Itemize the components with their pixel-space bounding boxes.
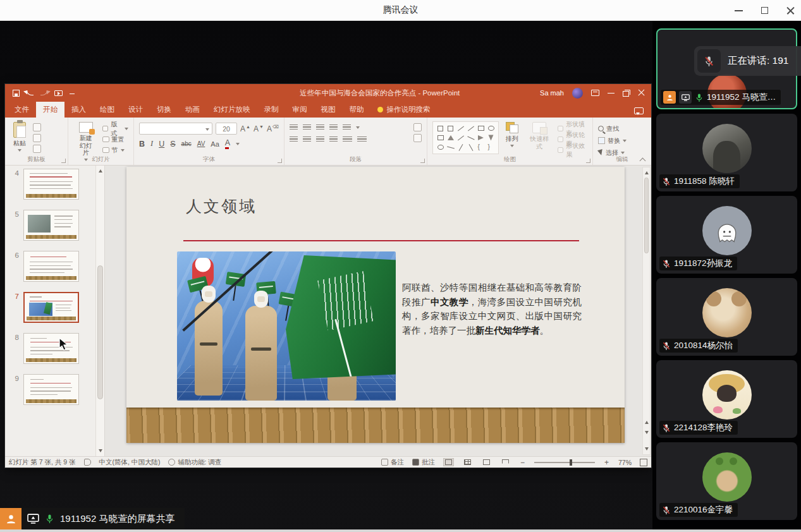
thumbnail-scrollbar[interactable] — [95, 166, 104, 456]
change-case-button[interactable]: Aa — [211, 140, 219, 148]
tab-design[interactable]: 设计 — [121, 102, 150, 118]
slide-sorter-view-button[interactable] — [462, 458, 473, 466]
participant-tile-li-yanling[interactable]: 2214128李艳玲 — [656, 360, 797, 438]
accessibility-status[interactable]: 辅助功能: 调查 — [168, 458, 221, 467]
align-center-icon[interactable] — [303, 136, 311, 143]
drawing-dialog-launcher[interactable] — [586, 159, 590, 163]
align-left-icon[interactable] — [290, 136, 298, 143]
reset-button[interactable]: 重置 — [102, 135, 129, 144]
thumbnail-scroll-up-icon[interactable] — [97, 167, 104, 175]
ribbon-display-options-icon[interactable] — [591, 90, 599, 96]
text-align-icon[interactable] — [413, 123, 422, 131]
strikethrough-button[interactable]: S — [170, 140, 175, 148]
paste-button[interactable]: 粘贴 — [10, 121, 29, 152]
decrease-font-icon[interactable]: A▼ — [254, 124, 264, 133]
zoom-slider[interactable] — [534, 462, 595, 463]
thumbnail-slide-7-selected[interactable]: 7 — [10, 292, 94, 323]
thumbnail-slide-4[interactable]: 4 — [10, 169, 94, 200]
tab-home[interactable]: 开始 — [36, 102, 64, 118]
font-size-input[interactable]: 20 — [216, 123, 237, 135]
zoom-out-icon[interactable]: − — [519, 458, 526, 467]
save-icon[interactable] — [13, 90, 20, 97]
font-dialog-launcher[interactable] — [278, 159, 282, 163]
close-button[interactable] — [786, 6, 795, 15]
notes-button[interactable]: 备注 — [381, 458, 404, 467]
char-spacing-button[interactable]: AV — [197, 140, 205, 147]
convert-smartart-icon[interactable] — [413, 134, 422, 142]
arrange-button[interactable]: 排列 — [503, 121, 522, 148]
tab-transitions[interactable]: 切换 — [150, 102, 178, 118]
thumbnail-slide-8[interactable]: 8 — [10, 333, 94, 364]
italic-button[interactable]: I — [150, 139, 153, 148]
justify-icon[interactable] — [329, 136, 338, 143]
tab-view[interactable]: 视图 — [314, 102, 343, 118]
screen-share-banner[interactable]: 1911952 马晓萱的屏幕共享 — [0, 508, 185, 529]
bullets-icon[interactable] — [290, 124, 298, 131]
editor-scroll-thumb[interactable] — [644, 178, 649, 253]
layout-button[interactable]: 版式 — [102, 124, 129, 133]
participant-tile-sun-zhenlong[interactable]: 1911872孙振龙 — [656, 196, 797, 274]
participant-tile-chen-xiaoxuan[interactable]: 1911858 陈晓轩 — [656, 114, 797, 191]
shadow-button[interactable]: abc — [181, 140, 192, 147]
zoom-slider-thumb[interactable] — [570, 459, 572, 466]
shapes-gallery[interactable]: { } — [432, 121, 499, 154]
underline-button[interactable]: U — [159, 140, 164, 148]
clipboard-dialog-launcher[interactable] — [61, 159, 66, 163]
bold-button[interactable]: B — [139, 140, 145, 148]
tab-record[interactable]: 录制 — [257, 102, 286, 118]
tab-review[interactable]: 审阅 — [286, 102, 314, 118]
tab-draw[interactable]: 绘图 — [93, 102, 121, 118]
account-name[interactable]: Sa mah — [540, 89, 564, 97]
slideshow-view-button[interactable] — [500, 458, 511, 466]
paragraph-dialog-launcher[interactable] — [420, 159, 425, 163]
thumbnail-slide-9[interactable]: 9 — [10, 374, 94, 405]
font-name-input[interactable] — [139, 123, 212, 135]
slide-body-text[interactable]: 阿联酋、沙特等国相继在基础和高等教育阶段推广中文教学，海湾多国设立中国研究机构，… — [402, 281, 582, 337]
spellcheck-icon[interactable] — [84, 459, 91, 466]
qat-more-icon[interactable] — [70, 89, 75, 94]
start-slideshow-icon[interactable] — [54, 90, 63, 96]
minimize-button[interactable] — [735, 6, 743, 15]
font-color-button[interactable]: A — [225, 138, 230, 149]
thumbnail-slide-5[interactable]: 5 — [10, 210, 94, 241]
normal-view-button[interactable] — [443, 458, 454, 466]
slide-canvas[interactable]: 人文领域 — [126, 167, 625, 443]
thumbnail-scroll-down-icon[interactable] — [97, 447, 104, 455]
zoom-level[interactable]: 77% — [618, 459, 632, 466]
zoom-in-icon[interactable]: + — [603, 458, 610, 467]
increase-indent-icon[interactable] — [329, 124, 338, 131]
columns-icon[interactable] — [343, 136, 352, 143]
tab-help[interactable]: 帮助 — [343, 102, 371, 118]
tell-me-search[interactable]: 操作说明搜索 — [371, 102, 437, 118]
decrease-indent-icon[interactable] — [316, 124, 324, 131]
tab-slideshow[interactable]: 幻灯片放映 — [207, 102, 257, 118]
reading-view-button[interactable] — [481, 458, 492, 466]
increase-font-icon[interactable]: A▲ — [240, 124, 250, 133]
participant-tile-jin-yuxin[interactable]: 2210016金宇馨 — [656, 442, 797, 520]
redo-icon[interactable] — [40, 90, 47, 95]
clear-formatting-icon[interactable]: A⌫ — [267, 124, 279, 133]
fit-slide-icon[interactable] — [640, 459, 647, 466]
find-button[interactable]: 查找 — [598, 124, 627, 133]
ppt-minimize-button[interactable] — [608, 90, 615, 97]
slide-divider-line[interactable] — [183, 240, 579, 241]
ppt-close-button[interactable] — [638, 90, 645, 97]
copy-icon[interactable] — [33, 134, 41, 142]
section-button[interactable]: 节 — [102, 145, 129, 155]
thumbnail-scroll-thumb[interactable] — [97, 265, 103, 399]
slide-photo-flagbearers[interactable] — [177, 251, 396, 401]
tab-animations[interactable]: 动画 — [178, 102, 207, 118]
tab-file[interactable]: 文件 — [8, 102, 36, 118]
slide-title[interactable]: 人文领域 — [186, 196, 257, 217]
editor-scroll-up-icon[interactable] — [644, 169, 649, 177]
collapse-ribbon-icon[interactable] — [640, 158, 645, 162]
undo-icon[interactable] — [27, 90, 34, 95]
shape-effects-button[interactable]: 形状效果 — [558, 145, 587, 155]
align-right-icon[interactable] — [316, 136, 324, 143]
format-painter-icon[interactable] — [33, 145, 41, 153]
language-indicator[interactable]: 中文(简体, 中国大陆) — [99, 458, 161, 467]
account-avatar[interactable] — [572, 88, 583, 99]
maximize-button[interactable] — [761, 6, 769, 15]
editor-scroll-down-icon[interactable] — [644, 445, 649, 453]
next-slide-icon[interactable] — [644, 428, 649, 437]
